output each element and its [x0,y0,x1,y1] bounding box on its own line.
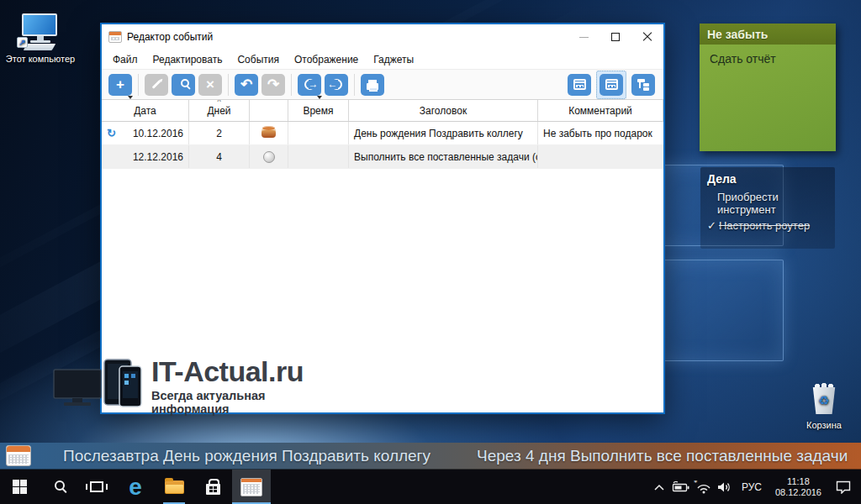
todo-item[interactable]: ✓Настроить роутер [707,219,828,232]
watermark: IT-Actual.ru Всегда актуальная информаци… [52,356,338,417]
table-row[interactable]: 12.12.2016 4 Выполнить все поставленные … [102,145,663,169]
event-editor-app-icon [240,478,262,496]
maximize-icon [611,33,620,41]
wifi-icon[interactable]: * [692,470,714,504]
battery-icon[interactable] [670,470,692,504]
toolbar: + × ↶ ↷ → ← [102,69,663,100]
folder-icon [165,480,184,494]
desktop: ↗ Этот компьютер ♻ Корзина Редактор собы… [0,0,861,504]
redo-button[interactable]: ↷ [261,74,285,96]
desktop-icon-recycle-bin[interactable]: ♻ Корзина [789,380,859,430]
search-icon [55,480,65,491]
table-view-button[interactable] [596,71,626,99]
task-view-icon [90,481,103,492]
clock[interactable]: 11:18 08.12.2016 [775,476,821,498]
cell-time [288,122,349,144]
table-row[interactable]: ↻ 10.12.2016 2 День рождения Поздравить … [102,122,663,145]
volume-icon[interactable] [714,470,736,504]
system-tray: * РУС 11:18 08.12.2016 [648,470,861,504]
svg-text:*: * [694,480,698,487]
view-switcher [563,71,658,99]
action-center-icon[interactable] [829,470,858,504]
app-calendar-icon [108,31,122,43]
export-button[interactable]: → [298,74,321,96]
pencil-icon [152,80,161,89]
cross-icon: × [206,77,214,92]
column-header-date[interactable]: Дата [102,100,189,121]
windows-logo-icon [13,480,27,494]
event-editor-taskbar-button[interactable] [232,470,271,504]
desktop-icon-this-computer[interactable]: ↗ Этот компьютер [5,13,76,64]
edge-icon: e [129,475,142,499]
printer-icon [367,83,378,90]
task-view-button[interactable] [77,470,116,504]
menu-events[interactable]: События [230,51,287,68]
undo-button[interactable]: ↶ [235,74,258,96]
cell-days: 2 [189,122,250,144]
minimize-button[interactable] [568,24,600,50]
cell-days: 4 [189,145,250,168]
column-header-time[interactable]: Время [288,100,349,121]
cell-title: Выполнить все поставленные задачи (оконч… [349,145,538,168]
menu-view[interactable]: Отображение [287,51,366,68]
table-header-row: Дата ^ Дней Время Заголовок Комментарий [102,100,663,122]
toolbar-separator [354,74,355,96]
add-event-button[interactable]: + [108,74,132,96]
watermark-subtitle: Всегда актуальная информация [151,389,338,416]
devices-logo-icon [52,356,150,412]
ticker-item: Послезавтра День рождения Поздравить кол… [63,447,430,465]
edit-event-button[interactable] [145,74,168,96]
menu-gadgets[interactable]: Гаджеты [366,51,421,68]
sort-ascending-icon: ^ [217,100,220,106]
toolbar-separator [291,74,292,96]
maximize-button[interactable] [600,24,631,50]
menu-edit[interactable]: Редактировать [145,51,230,68]
store-button[interactable] [193,470,232,504]
close-button[interactable] [631,24,663,50]
column-header-comment[interactable]: Комментарий [538,100,663,121]
recurring-icon: ↻ [107,127,119,139]
column-header-days[interactable]: ^ Дней [189,100,250,121]
edge-button[interactable]: e [116,470,155,504]
clock-icon [263,151,275,163]
print-button[interactable] [361,74,384,96]
start-button[interactable] [0,470,39,504]
dropdown-caret-icon [317,96,322,99]
plus-icon: + [116,77,124,92]
ticker-item: Через 4 дня Выполнить все поставленные з… [477,447,848,465]
checkmark-icon: ✓ [707,219,716,232]
this-computer-icon: ↗ [5,13,76,50]
tree-view-button[interactable] [628,71,658,99]
cell-comment: Не забыть про подарок [538,122,663,144]
delete-event-button[interactable]: × [198,74,222,96]
column-header-title[interactable]: Заголовок [349,100,538,121]
magnifier-icon [181,79,189,87]
cell-date: ↻ 10.12.2016 [102,122,189,144]
ticker-calendar-icon [6,445,31,466]
events-table: Дата ^ Дней Время Заголовок Комментарий … [102,100,663,169]
titlebar[interactable]: Редактор событий [102,24,663,50]
language-indicator[interactable]: РУС [742,481,762,493]
wallpaper-window-pane [654,260,784,361]
column-header-type[interactable] [250,100,288,121]
menu-file[interactable]: Файл [105,51,145,68]
search-button[interactable] [172,74,195,96]
redo-arrow-icon: ↷ [267,77,279,92]
circle-arrow-left-icon: ← [331,79,342,90]
import-button[interactable]: ← [325,74,348,96]
note-body[interactable]: Сдать отчёт [700,45,836,151]
todo-item[interactable]: Приобрести инструмент [717,191,828,216]
taskbar-search-button[interactable] [39,470,77,504]
calendar-view-button[interactable] [564,71,594,99]
file-explorer-button[interactable] [155,470,193,504]
tray-time: 11:18 [775,476,821,487]
todo-gadget[interactable]: Дела Приобрести инструмент ✓Настроить ро… [700,167,835,249]
undo-arrow-icon: ↶ [240,77,252,92]
event-ticker-gadget: Послезавтра День рождения Поздравить кол… [0,443,861,470]
cell-title: День рождения Поздравить коллегу [349,122,538,144]
sticky-note-gadget[interactable]: Не забыть Сдать отчёт [700,24,836,151]
desktop-icon-label: Этот компьютер [5,54,76,64]
tray-chevron-up-icon[interactable] [648,470,670,504]
watermark-title: IT-Actual.ru [151,356,338,386]
calendar-view-icon [573,79,586,90]
